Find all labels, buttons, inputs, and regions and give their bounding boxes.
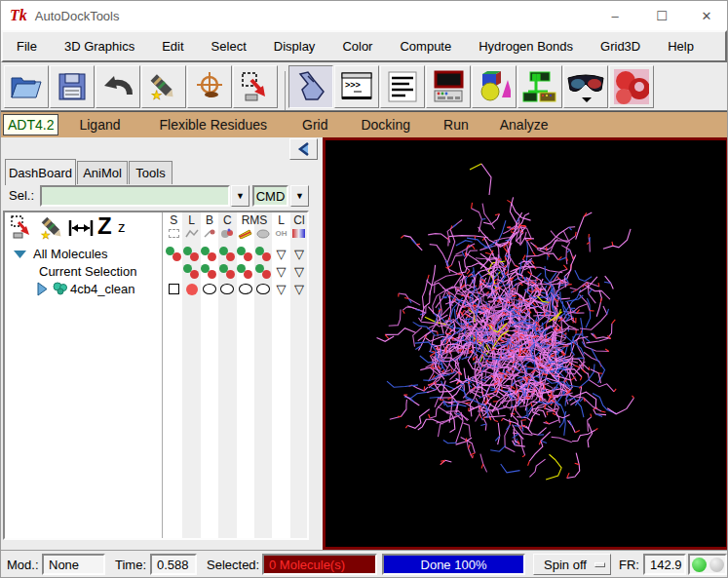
cell-pair[interactable] <box>165 246 182 262</box>
close-button[interactable]: ✕ <box>685 1 728 30</box>
hand-cursor-icon <box>294 70 327 103</box>
fit-columns-icon[interactable] <box>68 219 94 237</box>
select-from-box-button[interactable] <box>233 65 278 108</box>
shell-prompt-text: >>> <box>345 80 361 90</box>
tree-row-label[interactable]: 4cb4_clean <box>70 282 135 296</box>
open-file-button[interactable] <box>4 65 49 108</box>
cell-pair[interactable] <box>201 246 218 262</box>
column-header-C[interactable]: C <box>218 213 236 227</box>
save-session-button[interactable] <box>50 65 95 108</box>
cell-pair[interactable] <box>237 246 254 262</box>
menu-file[interactable]: File <box>3 39 51 54</box>
sticks-icon <box>201 227 218 240</box>
cell-tri[interactable]: ▽ <box>272 281 289 297</box>
tab-analyze[interactable]: Analyze <box>487 115 561 135</box>
cell-oval[interactable] <box>218 281 236 297</box>
maximize-button[interactable]: ☐ <box>640 1 683 30</box>
tree-row-label[interactable]: Current Selection <box>39 264 136 279</box>
tree-divider <box>162 212 163 538</box>
cell-oval[interactable] <box>254 281 272 297</box>
tree-row[interactable]: Current Selection <box>13 262 136 280</box>
tab-run[interactable]: Run <box>431 115 481 135</box>
cell-tri[interactable]: ▽ <box>272 263 289 280</box>
center-target-button[interactable] <box>187 65 232 108</box>
selection-dropdown-button[interactable]: ▼ <box>231 185 249 207</box>
select-box-arrow-icon[interactable] <box>10 215 33 240</box>
tab-grid[interactable]: Grid <box>289 115 340 135</box>
stereo-glasses-button[interactable] <box>563 65 608 108</box>
menu-hydrogen-bonds[interactable]: Hydrogen Bonds <box>465 39 587 54</box>
cell-tri[interactable]: ▽ <box>272 246 289 262</box>
column-header-RMS[interactable]: RMS <box>237 213 273 227</box>
spin-option-menu[interactable]: Spin off <box>533 554 611 575</box>
cmd-dropdown-button[interactable]: ▼ <box>290 185 309 207</box>
undo-button[interactable] <box>96 65 140 108</box>
window-title: AutoDockTools <box>35 9 120 23</box>
molecule-tree-panel: SLBCRMSLClOH▽▽▽▽▽▽ <box>3 211 309 540</box>
cell-tri[interactable]: ▽ <box>290 281 308 297</box>
tab-ligand[interactable]: Ligand <box>66 115 133 135</box>
tab-tools[interactable]: Tools <box>129 161 172 184</box>
cell-pair[interactable] <box>182 263 200 280</box>
cell-tri[interactable]: ▽ <box>290 263 308 280</box>
menu-color[interactable]: Color <box>328 39 386 54</box>
cell-pair[interactable] <box>254 263 272 280</box>
tree-row-label[interactable]: All Molecules <box>33 247 108 261</box>
menu-select[interactable]: Select <box>198 39 260 54</box>
menu-grid3d[interactable]: Grid3D <box>587 39 654 54</box>
undo-arrow-icon <box>102 73 134 100</box>
optionmenu-indicator-icon <box>594 562 605 567</box>
cell-oval[interactable] <box>237 281 254 297</box>
ribbon-icon <box>237 227 254 240</box>
mod-value: None <box>42 554 105 575</box>
pencil-star-icon: ★ <box>148 71 179 102</box>
collapse-all-button[interactable]: z <box>118 218 126 235</box>
tab-animol[interactable]: AniMol <box>77 161 128 184</box>
molecule-viewport[interactable] <box>326 140 726 547</box>
tree-row[interactable]: All Molecules <box>13 245 108 262</box>
minimize-button[interactable]: – <box>594 1 636 30</box>
edit-pencil-button[interactable]: ★ <box>141 65 186 108</box>
collapse-panel-button[interactable] <box>289 138 318 160</box>
cell-pair[interactable] <box>218 263 236 280</box>
chevron-left-icon <box>296 141 312 157</box>
column-header-S[interactable]: S <box>165 213 182 227</box>
gray-led-icon <box>709 558 724 572</box>
cell-pair[interactable] <box>182 246 200 262</box>
cell-pair[interactable] <box>254 246 272 262</box>
menu-edit[interactable]: Edit <box>148 39 197 54</box>
cell-pair[interactable] <box>201 263 218 280</box>
cell-square[interactable] <box>165 281 182 297</box>
selection-input[interactable] <box>40 185 230 207</box>
column-header-B[interactable]: B <box>201 213 218 227</box>
cell-oval[interactable] <box>201 281 218 297</box>
tab-flexible-residues[interactable]: Flexible Residues <box>147 115 281 135</box>
column-header-L[interactable]: L <box>272 213 289 227</box>
surface-display-button[interactable] <box>609 65 654 108</box>
keyboard-monitor-button[interactable] <box>426 65 471 108</box>
column-header-Cl[interactable]: Cl <box>290 213 308 227</box>
geometry-shapes-button[interactable] <box>472 65 517 108</box>
column-header-L[interactable]: L <box>182 213 200 227</box>
open-folder-icon <box>10 72 43 101</box>
menu-bar: File 3D Graphics Edit Select Display Col… <box>1 30 727 62</box>
cell-tri[interactable]: ▽ <box>290 246 308 262</box>
tab-docking[interactable]: Docking <box>348 115 423 135</box>
menu-compute[interactable]: Compute <box>386 39 465 54</box>
python-shell-button[interactable]: >>> <box>334 65 379 108</box>
menu-display[interactable]: Display <box>260 39 329 54</box>
menu-3d-graphics[interactable]: 3D Graphics <box>51 39 148 54</box>
crosshair-target-icon <box>194 71 225 102</box>
tree-widget-button[interactable]: ██ <box>517 65 562 108</box>
hand-pick-button[interactable] <box>288 65 333 108</box>
menu-help[interactable]: Help <box>654 39 708 54</box>
tab-dashboard[interactable]: DashBoard <box>5 159 76 185</box>
cell-pair[interactable] <box>237 263 254 280</box>
tree-row[interactable]: 4cb4_clean <box>13 280 135 297</box>
log-window-button[interactable] <box>380 65 425 108</box>
tab-adt42[interactable]: ADT4.2 <box>3 114 58 135</box>
expand-all-button[interactable]: Z <box>97 212 112 240</box>
cell-pair[interactable] <box>218 246 236 262</box>
edit-crayon-icon[interactable]: ★ <box>40 215 65 241</box>
cell-dot[interactable] <box>182 281 200 297</box>
